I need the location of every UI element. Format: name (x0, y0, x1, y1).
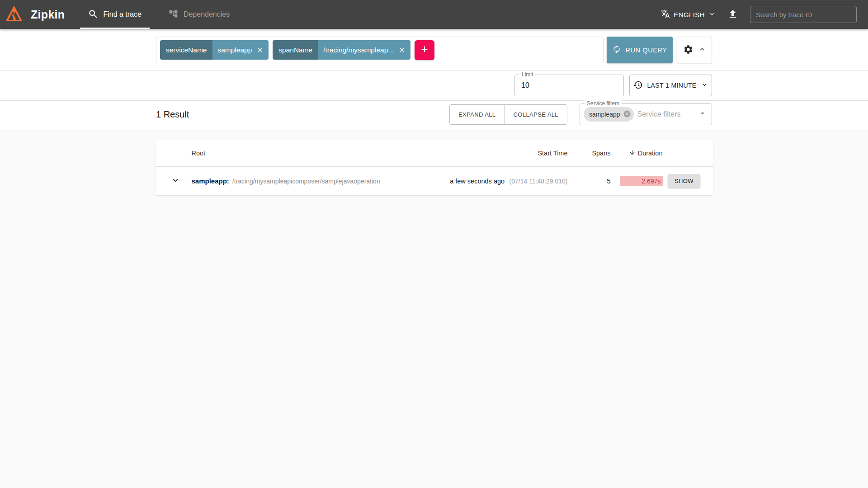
add-criterion-button[interactable] (415, 40, 434, 60)
plus-icon (420, 44, 429, 56)
chip-value-label: /tracing/mysampleap... (323, 46, 394, 54)
history-icon (633, 80, 643, 91)
query-section: serviceName sampleapp spanName /tracing/… (0, 29, 868, 70)
run-query-button[interactable]: RUN QUERY (607, 37, 673, 63)
results-table-header: Root Start Time Spans Duration (156, 140, 713, 166)
service-filter-chip[interactable]: sampleapp (584, 107, 634, 122)
gear-icon (683, 44, 693, 56)
criterion-chip-service-name[interactable]: serviceName sampleapp (160, 40, 269, 60)
main-tabs: Find a trace Dependencies (75, 0, 243, 29)
lookback-label: LAST 1 MINUTE (647, 82, 696, 89)
expand-collapse-group: EXPAND ALL COLLAPSE ALL (449, 104, 567, 125)
tab-dependencies[interactable]: Dependencies (155, 0, 243, 29)
service-filters-label: Service filters (585, 100, 622, 107)
navbar: Zipkin Find a trace Dependencies (0, 0, 868, 29)
search-icon (88, 9, 98, 20)
chip-remove-icon[interactable] (398, 47, 406, 54)
header-start-time: Start Time (437, 150, 568, 157)
chip-key-label: serviceName (160, 40, 212, 60)
trace-service-name: sampleapp: (192, 177, 229, 185)
lookback-chevron-down-icon (701, 81, 708, 90)
dropdown-arrow-icon[interactable] (698, 109, 707, 120)
upload-trace-button[interactable] (727, 9, 738, 21)
trace-span-count: 5 (607, 177, 610, 185)
header-duration[interactable]: Duration (611, 149, 663, 157)
trace-span-name: /tracing/mysampleapicomposer/samplejavao… (232, 178, 380, 185)
limit-input[interactable] (515, 81, 623, 89)
zipkin-logo-icon (5, 5, 23, 24)
results-card: Root Start Time Spans Duration (156, 140, 713, 195)
trace-id-search (750, 6, 857, 23)
query-settings-button[interactable] (677, 37, 712, 63)
tab-find-a-trace-label: Find a trace (103, 10, 141, 19)
language-chevron-down-icon (708, 10, 716, 19)
trace-duration: 2.697s (642, 178, 660, 185)
header-root: Root (188, 150, 437, 157)
brand: Zipkin (0, 0, 75, 29)
tab-find-a-trace[interactable]: Find a trace (75, 0, 155, 29)
search-criteria-box[interactable]: serviceName sampleapp spanName /tracing/… (156, 37, 604, 63)
service-filters-field[interactable]: Service filters sampleapp (580, 103, 712, 125)
tab-dependencies-label: Dependencies (184, 10, 230, 19)
translate-icon (660, 9, 670, 20)
navbar-right: ENGLISH (660, 0, 868, 29)
trace-start-absolute: (07/14 11:48:29:010) (509, 178, 568, 185)
run-query-label: RUN QUERY (625, 47, 667, 54)
chip-delete-icon[interactable] (623, 110, 631, 119)
app-title: Zipkin (31, 8, 65, 21)
trace-row[interactable]: sampleapp: /tracing/mysampleapicomposer/… (156, 167, 713, 195)
sort-descending-icon (629, 149, 636, 157)
results-area: Root Start Time Spans Duration (0, 140, 868, 488)
chip-key-label: spanName (273, 40, 318, 60)
language-selector[interactable]: ENGLISH (660, 9, 716, 20)
limit-section: Limit LAST 1 MINUTE (0, 71, 868, 100)
upload-icon (727, 9, 738, 21)
section-divider (0, 129, 868, 129)
result-count: 1 Result (156, 109, 189, 120)
row-expand-chevron-icon[interactable] (170, 175, 180, 187)
collapse-all-button[interactable]: COLLAPSE ALL (505, 105, 567, 124)
sync-icon (612, 45, 621, 55)
results-header-section: 1 Result EXPAND ALL COLLAPSE ALL Service… (0, 101, 868, 129)
chip-value-label: sampleapp (217, 46, 252, 54)
language-label: ENGLISH (674, 11, 705, 19)
dependencies-icon (169, 9, 178, 20)
chip-remove-icon[interactable] (256, 47, 264, 54)
expand-all-button[interactable]: EXPAND ALL (450, 105, 505, 124)
service-filters-input[interactable] (637, 110, 698, 118)
trace-start-relative: a few seconds ago (450, 178, 505, 185)
duration-bar: 2.697s (620, 176, 663, 186)
header-spans: Spans (568, 150, 611, 157)
service-filter-chip-label: sampleapp (589, 111, 620, 118)
limit-field-label: Limit (519, 71, 535, 78)
criterion-chip-span-name[interactable]: spanName /tracing/mysampleap... (273, 40, 410, 60)
limit-field: Limit (514, 75, 624, 96)
trace-id-search-input[interactable] (756, 11, 851, 19)
lookback-selector[interactable]: LAST 1 MINUTE (629, 75, 712, 96)
chevron-up-icon (698, 45, 706, 55)
show-trace-button[interactable]: SHOW (668, 174, 700, 188)
